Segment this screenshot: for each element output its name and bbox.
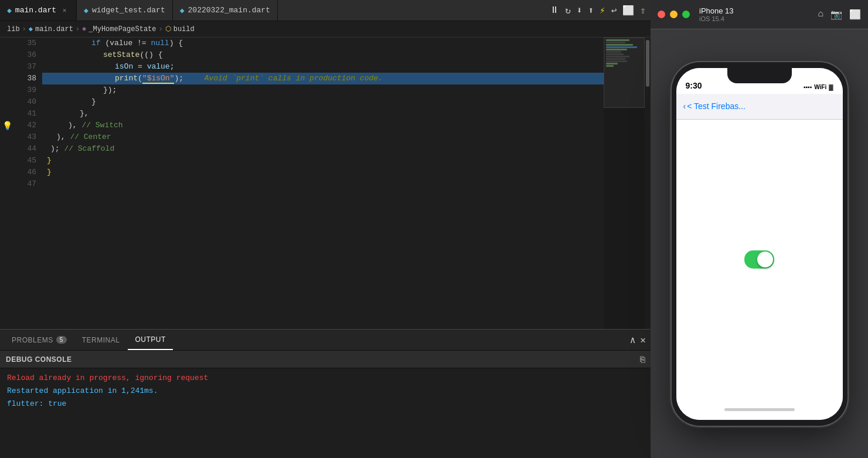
undo-icon[interactable]: ↩ [611,5,617,16]
ln-37: 37 [14,61,36,73]
class-icon: ⎈ [82,25,86,33]
breadcrumb-state-class[interactable]: ⎈ _MyHomePageState [82,25,156,33]
line-numbers: 35 36 37 38 39 40 41 42 43 44 45 46 47 [14,38,42,329]
traffic-light-yellow[interactable] [670,11,678,18]
editor-scrollbar[interactable] [645,38,651,329]
toolbar-icons: ⏸ ↻ ⬇ ⬆ ⚡ ↩ ⬜ ⇧ [545,0,651,21]
tab-label: main.dart [15,6,56,15]
code-line-35: if (value != null) { [42,38,604,49]
panel-controls: ∧ ✕ [630,334,646,346]
breadcrumb-build[interactable]: ⬡ build [165,25,195,33]
simulator-panel: iPhone 13 iOS 15.4 ⌂ 📷 ⬜ 9:30 ▪▪▪▪ WiFi … [651,0,868,458]
iphone-nav-bar: ‹ < Test Firebas... [676,94,843,120]
reload-icon[interactable]: ↻ [565,5,571,16]
console-output: Reload already in progress, ignoring req… [0,368,651,458]
simulator-title: iPhone 13 iOS 15.4 [699,6,734,22]
code-line-43: ), // Center [42,131,604,143]
problems-label: PROBLEMS [12,336,53,344]
scrollbar-thumb[interactable] [646,40,649,87]
gutter-36 [0,49,14,61]
hot-reload-icon[interactable]: ⚡ [600,5,605,16]
code-area[interactable]: 💡 35 36 37 38 39 40 41 42 43 44 45 46 47 [0,38,651,329]
nav-back-label: < Test Firebas... [687,101,746,111]
editor-panel: ◆ main.dart ✕ ◆ widget_test.dart ◆ 20220… [0,0,651,458]
code-line-46: } [42,167,604,178]
ln-41: 41 [14,108,36,120]
breadcrumb-main-dart-label: main.dart [35,25,73,33]
problems-badge: 5 [56,336,67,344]
nav-back-button[interactable]: ‹ < Test Firebas... [683,101,746,111]
code-line-45: } [42,155,604,167]
breadcrumb-lib[interactable]: lib [7,25,20,33]
breadcrumb-sep2: › [76,25,80,33]
tab-label: 20220322_main.dart [188,6,270,15]
dart-icon: ◆ [7,6,12,15]
iphone-frame: 9:30 ▪▪▪▪ WiFi ▓ ‹ < Test Firebas... [672,62,847,426]
inspect-icon[interactable]: ⇧ [640,5,646,16]
tab-20220322-main[interactable]: ◆ 20220322_main.dart [173,0,278,21]
ln-44: 44 [14,143,36,155]
gutter-40 [0,96,14,108]
home-icon[interactable]: ⌂ [818,9,823,21]
gutter-38 [0,73,14,84]
dart-icon: ◆ [84,6,88,15]
breadcrumb-sep1: › [22,25,26,33]
copy-icon[interactable]: ⎘ [640,355,645,364]
ln-46: 46 [14,167,36,178]
step-up-icon[interactable]: ⬆ [588,5,594,16]
tab-main-dart[interactable]: ◆ main.dart ✕ [0,0,77,21]
minimap-viewport [604,38,645,108]
breadcrumb-main-dart[interactable]: ◆ main.dart [29,25,73,33]
panel-collapse-icon[interactable]: ∧ [630,334,636,346]
bottom-panel: PROBLEMS 5 TERMINAL OUTPUT ∧ ✕ DEBUG CON… [0,329,651,458]
back-chevron-icon: ‹ [683,101,686,111]
gutter-41 [0,108,14,120]
code-line-40: } [42,96,604,108]
sim-toolbar: iPhone 13 iOS 15.4 ⌂ 📷 ⬜ [651,0,868,29]
breadcrumb-state-label: _MyHomePageState [88,25,156,33]
rotate-icon[interactable]: ⬜ [849,9,861,21]
traffic-light-green[interactable] [682,11,690,18]
iphone-app-body [676,120,843,400]
output-label: OUTPUT [135,335,165,344]
tab-widget-test[interactable]: ◆ widget_test.dart [77,0,173,21]
ios-toggle-switch[interactable] [744,250,774,269]
console-line-3: flutter: true [7,398,644,410]
step-over-icon[interactable]: ⬇ [577,5,583,16]
code-line-42: ), // Switch [42,120,604,131]
method-icon: ⬡ [165,25,171,33]
ln-39: 39 [14,84,36,96]
tab-close-button[interactable]: ✕ [60,6,69,15]
square-icon[interactable]: ⬜ [622,5,634,16]
ln-36: 36 [14,49,36,61]
ln-42: 42 [14,120,36,131]
gutter-42-bulb[interactable]: 💡 [0,120,14,131]
gutter-37 [0,61,14,73]
tab-terminal[interactable]: TERMINAL [75,330,127,350]
minimap [604,38,645,329]
traffic-light-red[interactable] [658,11,665,18]
tab-output[interactable]: OUTPUT [128,330,172,350]
terminal-label: TERMINAL [82,336,120,344]
home-indicator [724,408,795,411]
editor-gutter: 💡 [0,38,14,329]
code-line-44: ); // Scaffold [42,143,604,155]
iphone-notch [727,68,792,83]
ln-47: 47 [14,178,36,190]
ios-version: iOS 15.4 [699,15,734,22]
gutter-45 [0,155,14,167]
ln-35: 35 [14,38,36,49]
ln-38: 38 [14,73,36,84]
code-content[interactable]: if (value != null) { setState(() { isOn … [42,38,604,329]
pause-icon[interactable]: ⏸ [550,5,559,16]
panel-close-icon[interactable]: ✕ [640,334,646,346]
breadcrumb-sep3: › [159,25,163,33]
code-line-38: print("$isOn"); Avoid `print` calls in p… [42,73,604,84]
iphone-home-bar [676,400,843,420]
tab-problems[interactable]: PROBLEMS 5 [5,330,74,350]
tab-bar: ◆ main.dart ✕ ◆ widget_test.dart ◆ 20220… [0,0,651,21]
ios-switch-thumb [757,252,773,267]
device-name: iPhone 13 [699,6,734,15]
screenshot-icon[interactable]: 📷 [830,9,842,21]
sim-content: 9:30 ▪▪▪▪ WiFi ▓ ‹ < Test Firebas... [651,29,868,458]
